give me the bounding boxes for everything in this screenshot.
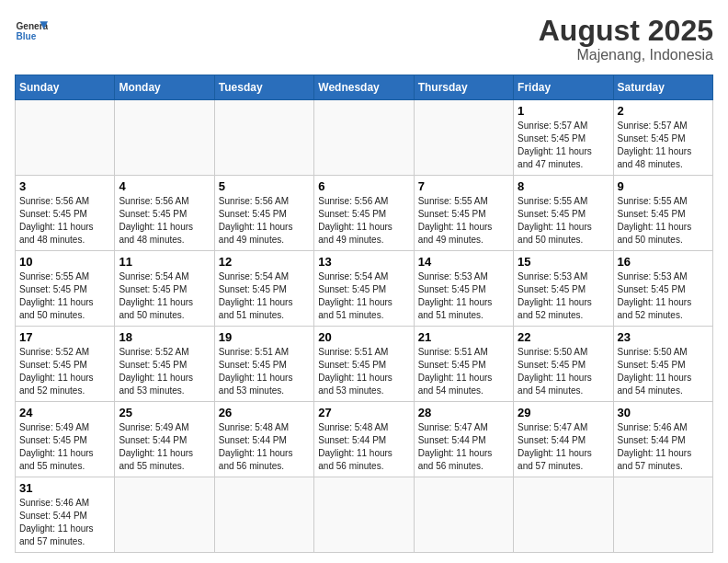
table-row: 7Sunrise: 5:55 AM Sunset: 5:45 PM Daylig… [414, 176, 513, 251]
day-number: 7 [418, 179, 509, 193]
day-number: 3 [19, 179, 110, 193]
table-row: 9Sunrise: 5:55 AM Sunset: 5:45 PM Daylig… [613, 176, 712, 251]
table-row: 14Sunrise: 5:53 AM Sunset: 5:45 PM Dayli… [414, 251, 513, 327]
day-number: 6 [318, 179, 409, 193]
day-number: 17 [19, 330, 110, 344]
table-row: 27Sunrise: 5:48 AM Sunset: 5:44 PM Dayli… [314, 402, 414, 477]
table-row [314, 100, 414, 176]
table-row: 20Sunrise: 5:51 AM Sunset: 5:45 PM Dayli… [314, 327, 414, 402]
svg-text:Blue: Blue [16, 31, 36, 41]
table-row: 25Sunrise: 5:49 AM Sunset: 5:44 PM Dayli… [115, 402, 214, 477]
table-row [115, 477, 214, 553]
table-row [214, 100, 313, 176]
location-title: Majenang, Indonesia [539, 47, 713, 63]
day-number: 16 [618, 255, 709, 269]
day-number: 28 [418, 406, 509, 419]
table-row: 29Sunrise: 5:47 AM Sunset: 5:44 PM Dayli… [514, 402, 613, 477]
calendar-week-row: 24Sunrise: 5:49 AM Sunset: 5:45 PM Dayli… [16, 402, 713, 477]
day-number: 21 [418, 330, 509, 344]
day-info: Sunrise: 5:55 AM Sunset: 5:45 PM Dayligh… [19, 270, 110, 322]
table-row: 23Sunrise: 5:50 AM Sunset: 5:45 PM Dayli… [613, 327, 712, 402]
day-info: Sunrise: 5:51 AM Sunset: 5:45 PM Dayligh… [318, 346, 409, 397]
table-row [414, 100, 513, 176]
day-info: Sunrise: 5:54 AM Sunset: 5:45 PM Dayligh… [318, 270, 409, 322]
day-number: 9 [618, 179, 709, 193]
day-info: Sunrise: 5:55 AM Sunset: 5:45 PM Dayligh… [518, 195, 609, 247]
day-info: Sunrise: 5:56 AM Sunset: 5:45 PM Dayligh… [318, 195, 409, 247]
table-row [613, 477, 712, 553]
weekday-header-row: Sunday Monday Tuesday Wednesday Thursday… [16, 75, 713, 100]
day-number: 1 [518, 104, 609, 118]
day-number: 23 [618, 330, 709, 344]
title-area: August 2025 Majenang, Indonesia [539, 15, 713, 63]
table-row [115, 100, 214, 176]
day-info: Sunrise: 5:56 AM Sunset: 5:45 PM Dayligh… [119, 195, 210, 247]
day-info: Sunrise: 5:48 AM Sunset: 5:44 PM Dayligh… [318, 421, 409, 473]
day-info: Sunrise: 5:53 AM Sunset: 5:45 PM Dayligh… [618, 270, 709, 322]
table-row: 11Sunrise: 5:54 AM Sunset: 5:45 PM Dayli… [115, 251, 214, 327]
day-number: 22 [518, 330, 609, 344]
day-info: Sunrise: 5:49 AM Sunset: 5:45 PM Dayligh… [19, 421, 110, 473]
day-number: 5 [219, 179, 310, 193]
calendar-week-row: 10Sunrise: 5:55 AM Sunset: 5:45 PM Dayli… [16, 251, 713, 327]
table-row: 31Sunrise: 5:46 AM Sunset: 5:44 PM Dayli… [16, 477, 115, 553]
table-row: 5Sunrise: 5:56 AM Sunset: 5:45 PM Daylig… [214, 176, 313, 251]
header: General Blue August 2025 Majenang, Indon… [15, 15, 713, 63]
table-row: 4Sunrise: 5:56 AM Sunset: 5:45 PM Daylig… [115, 176, 214, 251]
day-number: 4 [119, 179, 210, 193]
day-number: 11 [119, 255, 210, 269]
day-number: 30 [618, 406, 709, 419]
table-row [214, 477, 313, 553]
month-title: August 2025 [539, 15, 713, 47]
day-number: 26 [219, 406, 310, 419]
table-row: 16Sunrise: 5:53 AM Sunset: 5:45 PM Dayli… [613, 251, 712, 327]
day-info: Sunrise: 5:50 AM Sunset: 5:45 PM Dayligh… [618, 346, 709, 397]
calendar-week-row: 31Sunrise: 5:46 AM Sunset: 5:44 PM Dayli… [16, 477, 713, 553]
table-row: 12Sunrise: 5:54 AM Sunset: 5:45 PM Dayli… [214, 251, 313, 327]
table-row: 21Sunrise: 5:51 AM Sunset: 5:45 PM Dayli… [414, 327, 513, 402]
day-number: 8 [518, 179, 609, 193]
day-number: 25 [119, 406, 210, 419]
calendar-week-row: 3Sunrise: 5:56 AM Sunset: 5:45 PM Daylig… [16, 176, 713, 251]
table-row: 17Sunrise: 5:52 AM Sunset: 5:45 PM Dayli… [16, 327, 115, 402]
table-row [314, 477, 414, 553]
day-info: Sunrise: 5:52 AM Sunset: 5:45 PM Dayligh… [119, 346, 210, 397]
day-number: 10 [19, 255, 110, 269]
day-info: Sunrise: 5:50 AM Sunset: 5:45 PM Dayligh… [518, 346, 609, 397]
table-row: 22Sunrise: 5:50 AM Sunset: 5:45 PM Dayli… [514, 327, 613, 402]
day-info: Sunrise: 5:57 AM Sunset: 5:45 PM Dayligh… [518, 120, 609, 171]
day-info: Sunrise: 5:47 AM Sunset: 5:44 PM Dayligh… [418, 421, 509, 473]
day-info: Sunrise: 5:53 AM Sunset: 5:45 PM Dayligh… [418, 270, 509, 322]
table-row: 26Sunrise: 5:48 AM Sunset: 5:44 PM Dayli… [214, 402, 313, 477]
day-number: 20 [318, 330, 409, 344]
header-tuesday: Tuesday [214, 75, 313, 100]
day-info: Sunrise: 5:47 AM Sunset: 5:44 PM Dayligh… [518, 421, 609, 473]
header-thursday: Thursday [414, 75, 513, 100]
day-info: Sunrise: 5:51 AM Sunset: 5:45 PM Dayligh… [219, 346, 310, 397]
table-row [16, 100, 115, 176]
header-wednesday: Wednesday [314, 75, 414, 100]
day-number: 31 [19, 481, 110, 495]
table-row: 13Sunrise: 5:54 AM Sunset: 5:45 PM Dayli… [314, 251, 414, 327]
day-info: Sunrise: 5:56 AM Sunset: 5:45 PM Dayligh… [19, 195, 110, 247]
logo: General Blue [15, 15, 48, 48]
table-row: 15Sunrise: 5:53 AM Sunset: 5:45 PM Dayli… [514, 251, 613, 327]
day-number: 19 [219, 330, 310, 344]
day-number: 2 [618, 104, 709, 118]
day-number: 29 [518, 406, 609, 419]
calendar-week-row: 1Sunrise: 5:57 AM Sunset: 5:45 PM Daylig… [16, 100, 713, 176]
header-sunday: Sunday [16, 75, 115, 100]
table-row: 10Sunrise: 5:55 AM Sunset: 5:45 PM Dayli… [16, 251, 115, 327]
day-number: 15 [518, 255, 609, 269]
header-monday: Monday [115, 75, 214, 100]
calendar-table: Sunday Monday Tuesday Wednesday Thursday… [15, 75, 713, 553]
header-friday: Friday [514, 75, 613, 100]
day-info: Sunrise: 5:48 AM Sunset: 5:44 PM Dayligh… [219, 421, 310, 473]
day-info: Sunrise: 5:54 AM Sunset: 5:45 PM Dayligh… [119, 270, 210, 322]
day-number: 27 [318, 406, 409, 419]
header-saturday: Saturday [613, 75, 712, 100]
table-row: 8Sunrise: 5:55 AM Sunset: 5:45 PM Daylig… [514, 176, 613, 251]
day-info: Sunrise: 5:53 AM Sunset: 5:45 PM Dayligh… [518, 270, 609, 322]
day-number: 14 [418, 255, 509, 269]
table-row: 3Sunrise: 5:56 AM Sunset: 5:45 PM Daylig… [16, 176, 115, 251]
